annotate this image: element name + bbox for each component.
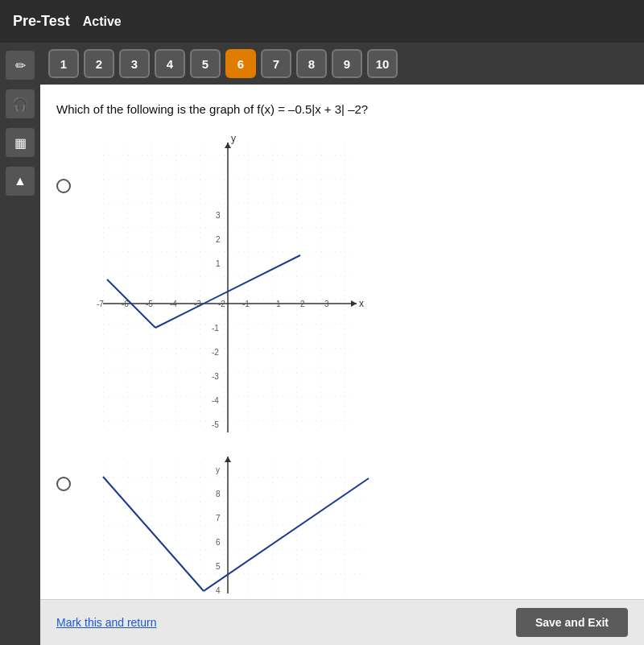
header-title: Pre-Test	[13, 13, 70, 30]
tabs-bar: 1 2 3 4 5 6 7 8 9 10	[40, 43, 644, 85]
tab-1[interactable]: 1	[48, 49, 79, 78]
tab-4[interactable]: 4	[155, 49, 185, 78]
svg-text:4: 4	[216, 586, 221, 595]
svg-text:8: 8	[216, 490, 221, 498]
content-area: Which of the following is the graph of f…	[40, 85, 644, 599]
svg-rect-35	[103, 461, 369, 593]
sidebar-icon-pencil[interactable]: ✏	[6, 51, 35, 80]
svg-text:-1: -1	[242, 300, 250, 308]
graph-2: 4 5 6 7 8 y	[79, 453, 385, 597]
tab-9[interactable]: 9	[332, 49, 362, 78]
svg-text:y: y	[216, 465, 220, 474]
svg-text:-5: -5	[212, 420, 219, 429]
main-content: 1 2 3 4 5 6 7 8 9 10 Which of the follow…	[40, 43, 644, 645]
svg-text:5: 5	[216, 562, 221, 571]
svg-text:y: y	[231, 133, 236, 144]
mark-return-link[interactable]: Mark this and return	[56, 616, 157, 629]
svg-text:3: 3	[216, 211, 221, 220]
sidebar-icon-calculator[interactable]: ▦	[6, 128, 35, 157]
radio-option-2[interactable]	[56, 477, 71, 491]
svg-text:2: 2	[300, 300, 305, 308]
svg-text:-5: -5	[146, 300, 153, 308]
svg-text:1: 1	[276, 300, 281, 308]
svg-text:-4: -4	[170, 300, 177, 308]
svg-text:x: x	[359, 298, 364, 309]
svg-text:-3: -3	[212, 372, 219, 381]
svg-text:-4: -4	[212, 396, 219, 405]
save-exit-button[interactable]: Save and Exit	[516, 608, 628, 637]
radio-option-1[interactable]	[56, 179, 71, 193]
graph-1: x y -7 -6 -5 -4 -3 -2 -1 1 2 3 3 2	[79, 130, 377, 444]
svg-text:-2: -2	[212, 348, 219, 357]
svg-text:2: 2	[216, 235, 221, 244]
footer: Mark this and return Save and Exit	[40, 599, 644, 645]
graph-option-1: x y -7 -6 -5 -4 -3 -2 -1 1 2 3 3 2	[56, 130, 377, 444]
tab-3[interactable]: 3	[119, 49, 150, 78]
sidebar: ✏ 🎧 ▦ ▲	[0, 43, 40, 645]
svg-text:6: 6	[216, 538, 221, 547]
graphs-container: x y -7 -6 -5 -4 -3 -2 -1 1 2 3 3 2	[56, 130, 628, 597]
svg-text:-2: -2	[218, 300, 225, 308]
graph-option-2: 4 5 6 7 8 y	[56, 453, 385, 597]
svg-text:-7: -7	[97, 300, 104, 308]
header: Pre-Test Active	[0, 0, 644, 43]
tab-10[interactable]: 10	[367, 49, 398, 78]
sidebar-icon-headphone[interactable]: 🎧	[6, 89, 35, 118]
sidebar-icon-up[interactable]: ▲	[6, 167, 35, 196]
svg-text:-1: -1	[212, 324, 219, 333]
svg-text:7: 7	[216, 514, 221, 523]
tab-8[interactable]: 8	[296, 49, 327, 78]
svg-text:3: 3	[324, 300, 329, 308]
tab-2[interactable]: 2	[84, 49, 114, 78]
header-status: Active	[83, 14, 122, 29]
tab-6[interactable]: 6	[225, 49, 256, 78]
tab-5[interactable]: 5	[190, 49, 221, 78]
tab-7[interactable]: 7	[261, 49, 291, 78]
svg-text:1: 1	[216, 259, 221, 268]
question-text: Which of the following is the graph of f…	[56, 101, 628, 118]
